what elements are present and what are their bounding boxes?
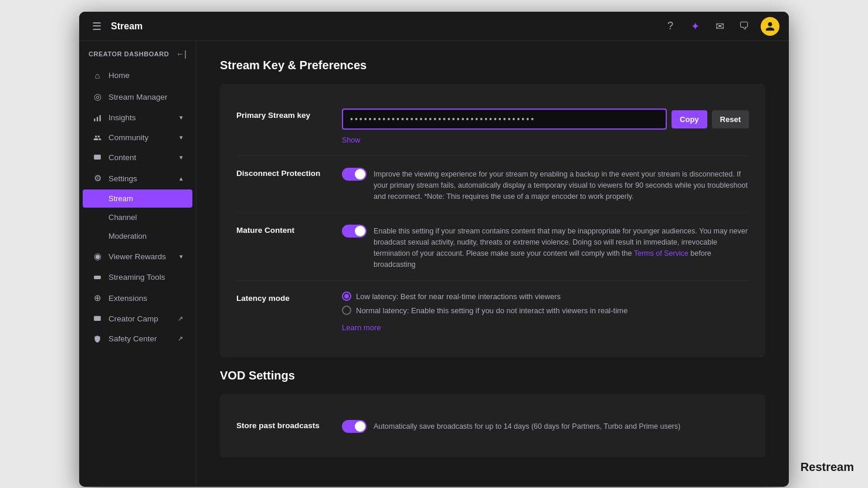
sidebar-item-label-settings: Settings — [108, 174, 137, 183]
latency-mode-content: Low latency: Best for near real-time int… — [342, 292, 749, 333]
page-title: Stream Key & Preferences — [220, 59, 765, 72]
external-link-icon: ↗ — [178, 335, 183, 343]
sidebar-item-content[interactable]: Content ▾ — [83, 148, 192, 167]
sidebar-subitem-label-channel: Channel — [108, 213, 137, 222]
sidebar-item-settings[interactable]: ⚙ Settings ▴ — [83, 168, 192, 189]
stream-key-input[interactable] — [342, 109, 667, 130]
reset-button[interactable]: Reset — [712, 110, 749, 128]
content-icon — [92, 154, 103, 162]
latency-option-normal[interactable]: Normal latency: Enable this setting if y… — [342, 306, 749, 315]
chevron-down-icon: ▾ — [179, 114, 183, 121]
creator-camp-icon — [92, 315, 103, 323]
disconnect-toggle-row: Improve the viewing experience for your … — [342, 167, 749, 202]
sidebar-header-label: Creator Dashboard — [89, 50, 169, 57]
disconnect-protection-content: Improve the viewing experience for your … — [342, 167, 749, 202]
sidebar-item-home[interactable]: ⌂ Home — [83, 65, 192, 86]
insights-icon — [92, 114, 103, 122]
sidebar-subitem-stream[interactable]: Stream — [83, 189, 192, 208]
chevron-down-icon: ▾ — [179, 134, 183, 141]
community-icon — [92, 134, 103, 142]
latency-low-label: Low latency: Best for near real-time int… — [356, 292, 561, 301]
streaming-tools-icon — [92, 273, 103, 282]
vod-section-title: VOD Settings — [220, 369, 765, 382]
main-content: Stream Key & Preferences Primary Stream … — [196, 41, 789, 487]
disconnect-protection-toggle[interactable] — [342, 168, 367, 181]
mature-content-row: Mature Content Enable this setting if yo… — [236, 213, 749, 281]
star-icon[interactable]: ✦ — [687, 18, 703, 35]
stream-key-row: Primary Stream key Copy Reset Show — [236, 98, 749, 156]
mature-content-toggle[interactable] — [342, 225, 367, 238]
window-title: Stream — [111, 21, 143, 32]
external-link-icon: ↗ — [178, 315, 183, 323]
sidebar-item-viewer-rewards[interactable]: ◉ Viewer Rewards ▾ — [83, 246, 192, 267]
tos-link[interactable]: Terms of Service — [634, 249, 689, 257]
mature-content-desc: Enable this setting if your stream conta… — [374, 226, 749, 270]
disconnect-protection-desc: Improve the viewing experience for your … — [374, 169, 749, 202]
collapse-sidebar-icon[interactable]: ←| — [176, 49, 187, 59]
radio-normal-latency[interactable] — [342, 306, 351, 315]
sidebar-item-community[interactable]: Community ▾ — [83, 128, 192, 147]
latency-mode-label: Latency mode — [236, 292, 342, 303]
title-bar-left: ☰ Stream — [89, 18, 662, 35]
app-window: ☰ Stream ? ✦ ✉ 🗨 Creator Dashboard ←| ⌂ … — [79, 12, 789, 487]
vod-card: Store past broadcasts Automatically save… — [220, 394, 765, 458]
vod-toggle-row: Automatically save broadcasts for up to … — [342, 419, 749, 433]
title-bar: ☰ Stream ? ✦ ✉ 🗨 — [79, 12, 789, 41]
home-icon: ⌂ — [92, 70, 103, 80]
mature-content-content: Enable this setting if your stream conta… — [342, 223, 749, 270]
sidebar-header: Creator Dashboard ←| — [79, 41, 196, 65]
svg-rect-2 — [100, 115, 101, 121]
sidebar-item-insights[interactable]: Insights ▾ — [83, 108, 192, 127]
sidebar-item-streaming-tools[interactable]: Streaming Tools — [83, 267, 192, 287]
sidebar-item-label-streaming-tools: Streaming Tools — [108, 273, 165, 282]
safety-center-icon — [92, 335, 103, 343]
sidebar-subitem-label-moderation: Moderation — [108, 232, 147, 240]
help-icon[interactable]: ? — [662, 18, 679, 35]
disconnect-protection-row: Disconnect Protection Improve the viewin… — [236, 156, 749, 213]
avatar[interactable] — [761, 17, 779, 36]
restream-watermark: Restream — [801, 460, 854, 474]
stream-manager-icon: ◎ — [92, 92, 103, 102]
settings-icon: ⚙ — [92, 173, 103, 184]
svg-rect-1 — [97, 117, 98, 121]
title-bar-right: ? ✦ ✉ 🗨 — [662, 17, 779, 36]
stream-key-content: Copy Reset Show — [342, 109, 749, 145]
extensions-icon: ⊕ — [92, 293, 103, 303]
menu-icon[interactable]: ☰ — [89, 18, 105, 35]
chevron-down-icon: ▾ — [179, 253, 183, 260]
latency-normal-label: Normal latency: Enable this setting if y… — [356, 306, 628, 315]
sidebar-item-creator-camp[interactable]: Creator Camp ↗ — [83, 309, 192, 328]
learn-more-link[interactable]: Learn more — [342, 323, 381, 332]
mail-icon[interactable]: ✉ — [711, 18, 728, 35]
latency-mode-row: Latency mode Low latency: Best for near … — [236, 281, 749, 343]
sidebar-item-safety-center[interactable]: Safety Center ↗ — [83, 329, 192, 348]
stream-key-card: Primary Stream key Copy Reset Show Disco… — [220, 84, 765, 357]
sidebar-subitem-channel[interactable]: Channel — [83, 208, 192, 226]
sidebar-item-stream-manager[interactable]: ◎ Stream Manager — [83, 86, 192, 107]
vod-store-toggle[interactable] — [342, 420, 367, 433]
sidebar-item-label-home: Home — [108, 71, 130, 80]
radio-low-latency[interactable] — [342, 292, 351, 301]
mature-content-toggle-row: Enable this setting if your stream conta… — [342, 223, 749, 270]
vod-store-desc: Automatically save broadcasts for up to … — [374, 421, 680, 432]
sidebar-item-extensions[interactable]: ⊕ Extensions — [83, 287, 192, 309]
sidebar-item-label-safety-center: Safety Center — [108, 334, 157, 343]
chevron-up-icon: ▴ — [179, 175, 183, 182]
svg-rect-0 — [94, 118, 95, 121]
copy-button[interactable]: Copy — [672, 110, 707, 128]
sidebar-item-label-community: Community — [108, 133, 148, 142]
sidebar-item-label-stream-manager: Stream Manager — [108, 93, 168, 101]
svg-rect-5 — [94, 316, 101, 320]
sidebar-item-label-content: Content — [108, 153, 136, 162]
sidebar-item-label-viewer-rewards: Viewer Rewards — [108, 252, 166, 261]
sidebar-subitem-moderation[interactable]: Moderation — [83, 227, 192, 245]
svg-rect-4 — [94, 276, 101, 279]
show-key-link[interactable]: Show — [342, 136, 360, 144]
notification-icon[interactable]: 🗨 — [736, 18, 752, 35]
sidebar: Creator Dashboard ←| ⌂ Home ◎ Stream Man… — [79, 41, 196, 487]
latency-option-low[interactable]: Low latency: Best for near real-time int… — [342, 292, 749, 301]
sidebar-item-label-insights: Insights — [108, 113, 136, 122]
vod-store-label: Store past broadcasts — [236, 419, 342, 430]
sidebar-item-label-extensions: Extensions — [108, 294, 147, 303]
chevron-down-icon: ▾ — [179, 154, 183, 161]
